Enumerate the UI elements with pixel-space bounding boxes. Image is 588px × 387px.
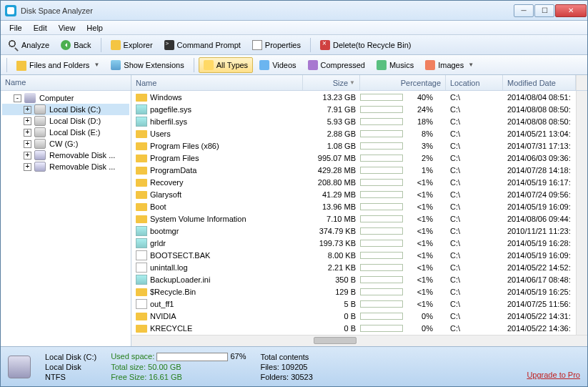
list-row[interactable]: pagefile.sys7.91 GB24%C:\2014/08/08 08:5… <box>131 103 576 115</box>
row-location: C:\ <box>446 312 503 320</box>
column-name[interactable]: Name <box>131 75 303 90</box>
row-date: 2014/07/24 09:56: <box>503 190 576 199</box>
expand-icon[interactable]: + <box>24 163 31 171</box>
scrollbar-thumb[interactable] <box>314 337 357 344</box>
list-row[interactable]: bootmgr374.79 KB<1%C:\2010/11/21 11:23: <box>131 225 576 237</box>
row-size: 1.08 GB <box>303 142 360 150</box>
row-pct-text: 24% <box>407 105 433 114</box>
tree-node[interactable]: +Removable Disk ... <box>2 150 129 161</box>
row-size: 2.21 KB <box>303 263 360 272</box>
row-name: KRECYCLE <box>150 324 192 333</box>
column-size[interactable]: Size▼ <box>303 75 360 90</box>
row-pct-text: 8% <box>407 129 433 138</box>
row-name: Boot <box>150 202 166 211</box>
list-row[interactable]: Boot13.96 MB<1%C:\2014/05/19 16:09: <box>131 200 576 212</box>
list-row[interactable]: grldr199.73 KB<1%C:\2014/05/19 16:28: <box>131 237 576 249</box>
list-row[interactable]: Users2.88 GB8%C:\2014/05/21 13:04: <box>131 127 576 139</box>
folder-icon <box>136 191 147 199</box>
list-body[interactable]: Windows13.23 GB40%C:\2014/08/04 08:51:pa… <box>131 91 576 335</box>
menu-help[interactable]: Help <box>81 22 109 34</box>
file-icon <box>136 250 147 260</box>
list-row[interactable]: Windows13.23 GB40%C:\2014/08/04 08:51: <box>131 91 576 103</box>
menu-view[interactable]: View <box>53 22 81 34</box>
tree-node[interactable]: +Local Disk (C:) <box>2 104 129 115</box>
list-row[interactable]: Program Files995.07 MB2%C:\2014/06/03 09… <box>131 152 576 164</box>
list-row[interactable]: unintall.log2.21 KB<1%C:\2014/05/22 14:5… <box>131 261 576 273</box>
row-name: out_ff1 <box>150 300 174 308</box>
list-row[interactable]: BackupLoader.ini350 B<1%C:\2014/06/17 08… <box>131 273 576 285</box>
expand-icon[interactable]: + <box>24 152 31 160</box>
compressed-button[interactable]: Compressed <box>303 57 370 73</box>
column-modified[interactable]: Modified Date <box>503 75 576 90</box>
row-pct-bar <box>360 167 403 174</box>
delete-button[interactable]: Delete(to Recycle Bin) <box>315 37 416 53</box>
row-location: C:\ <box>446 324 503 333</box>
menu-edit[interactable]: Edit <box>28 22 53 34</box>
row-location: C:\ <box>446 300 503 308</box>
video-icon <box>259 60 269 70</box>
menu-file[interactable]: File <box>4 22 28 34</box>
row-pct-text: <1% <box>407 300 433 308</box>
row-pct-bar <box>360 203 403 210</box>
tree-node-label: Local Disk (D:) <box>49 117 101 125</box>
row-location: C:\ <box>446 93 503 102</box>
row-pct-text: <1% <box>407 263 433 272</box>
properties-button[interactable]: Properties <box>247 37 306 53</box>
main-toolbar: Analyze Back Explorer Command Prompt Pro… <box>1 35 587 55</box>
show-extensions-button[interactable]: Show Extensions <box>106 57 189 73</box>
folder-icon <box>136 203 147 211</box>
row-date: 2014/05/22 14:52: <box>503 263 576 272</box>
row-name: NVIDIA <box>150 312 176 320</box>
list-row[interactable]: System Volume Information7.10 MB<1%C:\20… <box>131 212 576 225</box>
list-row[interactable]: KRECYCLE0 B0%C:\2014/05/22 14:36: <box>131 322 576 334</box>
list-row[interactable]: ProgramData429.28 MB1%C:\2014/07/28 14:1… <box>131 164 576 176</box>
maximize-button[interactable]: ☐ <box>534 4 554 17</box>
row-pct-text: 18% <box>407 117 433 126</box>
back-button[interactable]: Back <box>56 37 96 53</box>
files-value: 109205 <box>281 363 308 371</box>
list-row[interactable]: hiberfil.sys5.93 GB18%C:\2014/08/08 08:5… <box>131 115 576 127</box>
status-bar: Local Disk (C:) Local Disk NTFS Used spa… <box>1 346 587 386</box>
analyze-button[interactable]: Analyze <box>4 37 54 53</box>
collapse-icon[interactable]: - <box>14 94 21 102</box>
expand-icon[interactable]: + <box>24 140 31 148</box>
row-size: 129 B <box>303 288 360 296</box>
expand-icon[interactable]: + <box>24 129 31 137</box>
explorer-button[interactable]: Explorer <box>106 37 158 53</box>
row-pct-bar <box>360 155 403 162</box>
list-row[interactable]: BOOTSECT.BAK8.00 KB<1%C:\2014/05/19 16:0… <box>131 249 576 261</box>
row-name: Recovery <box>150 178 183 187</box>
horizontal-scrollbar[interactable] <box>131 335 587 346</box>
titlebar[interactable]: Disk Space Analyzer ─ ☐ ✕ <box>1 1 587 21</box>
vertical-scrollbar[interactable] <box>576 75 587 90</box>
tree-node[interactable]: +Removable Disk ... <box>2 161 129 172</box>
list-row[interactable]: Glarysoft41.29 MB<1%C:\2014/07/24 09:56: <box>131 188 576 200</box>
musics-button[interactable]: Musics <box>372 57 419 73</box>
tree-node[interactable]: +Local Disk (E:) <box>2 127 129 138</box>
list-row[interactable]: Recovery208.80 MB<1%C:\2014/05/19 16:17: <box>131 176 576 188</box>
list-row[interactable]: NVIDIA0 B0%C:\2014/05/22 14:31: <box>131 310 576 322</box>
list-row[interactable]: out_ff15 B<1%C:\2014/07/25 11:56: <box>131 298 576 310</box>
tree-node[interactable]: +Local Disk (D:) <box>2 115 129 127</box>
row-name: unintall.log <box>150 263 188 272</box>
column-location[interactable]: Location <box>446 75 503 90</box>
close-button[interactable]: ✕ <box>555 4 587 17</box>
tree-node[interactable]: +CW (G:) <box>2 138 129 150</box>
minimize-button[interactable]: ─ <box>514 4 534 17</box>
vertical-scrollbar[interactable] <box>576 91 587 335</box>
tree-root[interactable]: -Computer <box>2 92 129 104</box>
expand-icon[interactable]: + <box>24 117 31 125</box>
all-types-button[interactable]: All Types <box>199 57 253 73</box>
tree-header[interactable]: Name <box>1 75 131 91</box>
list-row[interactable]: Program Files (x86)1.08 GB3%C:\2014/07/3… <box>131 139 576 152</box>
cmd-button[interactable]: Command Prompt <box>159 37 246 53</box>
images-button[interactable]: Images▼ <box>420 57 479 73</box>
filter-toolbar: Files and Folders▼ Show Extensions All T… <box>1 55 587 75</box>
videos-button[interactable]: Videos <box>254 57 301 73</box>
list-row[interactable]: $Recycle.Bin129 B<1%C:\2014/05/19 16:25: <box>131 285 576 298</box>
expand-icon[interactable]: + <box>24 106 31 114</box>
upgrade-link[interactable]: Upgrade to Pro <box>527 371 580 379</box>
column-percentage[interactable]: Percentage <box>360 75 446 90</box>
files-folders-dropdown[interactable]: Files and Folders▼ <box>11 57 104 74</box>
folders-value: 30523 <box>291 373 313 381</box>
